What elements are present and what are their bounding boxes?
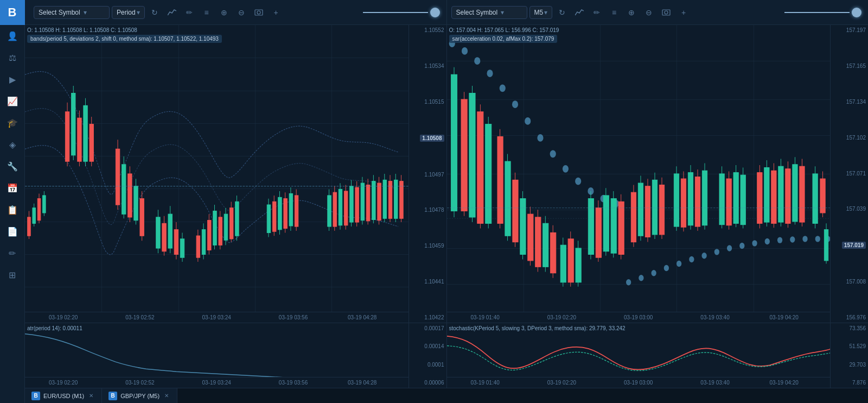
svg-point-102 [487, 70, 493, 77]
left-pen-button[interactable]: ✏ [182, 5, 197, 20]
right-zoom-out-button[interactable]: ⊖ [641, 5, 656, 20]
svg-point-114 [639, 275, 643, 281]
right-toolbar: Select Symbol ▾ M5 ▾ ↻ ✏ ≡ ⊕ ⊖ + [447, 0, 869, 25]
left-zoom-out-button[interactable]: ⊖ [234, 5, 249, 20]
right-period-label: M5 [534, 9, 544, 16]
right-main-chart[interactable]: O: 157.004 H: 157.065 L: 156.996 C: 157.… [447, 25, 869, 323]
right-sub-time-3: 03-19 03:00 [624, 380, 653, 386]
right-symbol-dropdown-icon: ▾ [501, 9, 504, 16]
main-content: Select Symbol ▾ Period ▾ ↻ ✏ ≡ ⊕ ⊖ + [25, 0, 868, 403]
left-sub-time-1: 03-19 02:20 [49, 380, 78, 386]
sidebar-item-document[interactable]: 📄 [0, 221, 25, 242]
left-sub-price-4: 0.00006 [411, 380, 444, 386]
left-chart-body: O: 1.10508 H: 1.10508 L: 1.10508 C: 1.10… [25, 25, 446, 388]
right-sub-price-2: 51.529 [833, 343, 866, 349]
left-price-2: 1.10534 [411, 63, 444, 69]
left-symbol-select[interactable]: Select Symbol ▾ [34, 6, 110, 19]
right-period-dropdown-icon: ▾ [544, 9, 547, 16]
svg-point-99 [449, 40, 455, 47]
svg-rect-150 [535, 217, 540, 267]
sidebar-item-media[interactable]: ▶ [0, 68, 25, 90]
right-symbol-label: Select Symbol [456, 9, 498, 16]
left-period-dropdown-icon: ▾ [137, 9, 140, 16]
left-refresh-button[interactable]: ↻ [147, 5, 162, 20]
svg-point-106 [537, 134, 543, 142]
left-sub-price-axis: 0.00017 0.00014 0.0001 0.00006 [409, 323, 446, 388]
sidebar-item-balance[interactable]: ⚖ [0, 47, 25, 68]
sidebar-item-education[interactable]: 🎓 [0, 112, 25, 134]
right-chart-body: O: 157.004 H: 157.065 L: 156.996 C: 157.… [447, 25, 869, 388]
right-sub-chart[interactable]: stochastic(KPeriod 5, slowing 3, DPeriod… [447, 323, 869, 388]
svg-point-118 [689, 256, 694, 262]
svg-point-124 [764, 238, 769, 244]
right-time-4: 03-19 03:40 [700, 314, 729, 320]
svg-rect-58 [272, 202, 276, 231]
right-tab-close[interactable]: ✕ [163, 392, 170, 400]
left-symbol-label: Select Symbol [39, 9, 80, 16]
right-screenshot-button[interactable] [659, 5, 674, 20]
svg-point-108 [562, 165, 568, 173]
left-time-4: 03-19 03:56 [279, 314, 308, 320]
left-tab-label: EUR/USD (M1) [43, 393, 84, 399]
left-zoom-in-button[interactable]: ⊕ [216, 5, 232, 20]
svg-point-122 [739, 243, 744, 249]
left-line-chart-button[interactable] [164, 5, 180, 20]
svg-point-121 [726, 245, 731, 251]
left-price-9: 1.10422 [411, 314, 444, 320]
sidebar-logo[interactable]: B [0, 0, 25, 25]
left-sub-chart[interactable]: atr(period 14): 0.00011 0.00017 0.00014 … [25, 323, 446, 388]
right-price-9: 156.976 [833, 314, 866, 320]
right-add-button[interactable]: + [676, 5, 691, 20]
sidebar-item-draw[interactable]: ✏ [0, 242, 25, 264]
sidebar-item-calendar[interactable]: 📅 [0, 177, 25, 199]
right-symbol-select[interactable]: Select Symbol ▾ [451, 6, 527, 19]
right-price-7: 157.019 [833, 242, 866, 249]
svg-rect-166 [603, 196, 609, 251]
sidebar-item-crypto[interactable]: ◈ [0, 134, 25, 155]
right-sub-time-1: 03-19 01:40 [470, 380, 499, 386]
left-lines-button[interactable]: ≡ [199, 5, 214, 20]
right-pen-button[interactable]: ✏ [589, 5, 604, 20]
sidebar-item-chart[interactable]: 📈 [0, 90, 25, 112]
sidebar-item-profile[interactable]: 👤 [0, 25, 25, 47]
left-chart-panel: Select Symbol ▾ Period ▾ ↻ ✏ ≡ ⊕ ⊖ + [25, 0, 447, 388]
right-refresh-button[interactable]: ↻ [554, 5, 570, 20]
svg-point-126 [790, 236, 795, 242]
right-price-1: 157.197 [833, 27, 866, 33]
left-time-3: 03-19 03:24 [202, 314, 231, 320]
right-chart-tab[interactable]: B GBP/JPY (M5) ✕ [102, 388, 177, 403]
left-screenshot-button[interactable] [251, 5, 266, 20]
left-sub-time-4: 03-19 03:56 [279, 380, 308, 386]
sidebar-item-report[interactable]: 📋 [0, 199, 25, 221]
right-line-chart-button[interactable] [572, 5, 587, 20]
left-price-8: 1.10441 [411, 279, 444, 285]
svg-point-113 [626, 279, 631, 285]
left-tab-close[interactable]: ✕ [87, 392, 95, 400]
svg-point-109 [575, 178, 581, 185]
right-tab-logo: B [108, 392, 117, 400]
left-time-2: 03-19 02:52 [125, 314, 154, 320]
left-add-button[interactable]: + [269, 5, 284, 20]
right-lines-button[interactable]: ≡ [607, 5, 622, 20]
right-sub-time-axis: 03-19 01:40 03-19 02:20 03-19 03:00 03-1… [447, 377, 831, 388]
sidebar-item-tools[interactable]: 🔧 [0, 155, 25, 177]
right-zoom-in-button[interactable]: ⊕ [624, 5, 639, 20]
right-period-button[interactable]: M5 ▾ [529, 6, 553, 19]
svg-point-104 [512, 100, 518, 108]
svg-rect-142 [505, 161, 510, 236]
right-price-5: 157.071 [833, 171, 866, 177]
svg-rect-72 [339, 190, 342, 225]
svg-point-98 [665, 11, 668, 14]
sidebar-item-grid[interactable]: ⊞ [0, 264, 25, 286]
left-main-chart[interactable]: O: 1.10508 H: 1.10508 L: 1.10508 C: 1.10… [25, 25, 446, 323]
left-sub-price-2: 0.00014 [411, 343, 444, 349]
left-sub-price-3: 0.0001 [411, 362, 444, 368]
left-period-label: Period [117, 9, 136, 16]
left-chart-tab[interactable]: B EUR/USD (M1) ✕ [25, 388, 102, 403]
left-period-button[interactable]: Period ▾ [112, 6, 145, 19]
right-tab-label: GBP/JPY (M5) [120, 393, 159, 399]
right-chart-svg [447, 25, 831, 323]
left-sub-time-3: 03-19 03:24 [202, 380, 231, 386]
left-price-7: 1.10459 [411, 243, 444, 249]
svg-point-1 [257, 11, 260, 14]
